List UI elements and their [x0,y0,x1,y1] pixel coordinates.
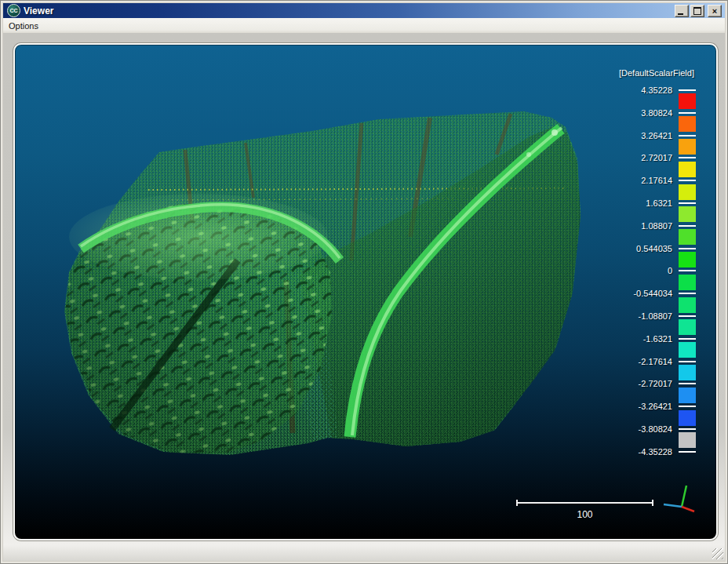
legend-tick [679,248,696,249]
legend-tick-label: -3.80824 [639,424,672,435]
legend-color-swatch [679,365,696,380]
axis-gizmo [652,476,707,519]
cloudcompare-logo-icon: CC [7,4,20,17]
legend-tick [679,112,696,114]
legend-color-swatch [679,319,696,335]
legend-tick-label: 4.35228 [641,85,672,96]
legend-color-swatch [679,229,696,245]
legend-color-swatch [679,410,696,426]
legend-tick [679,428,696,430]
legend-color-swatch [679,139,696,155]
legend-tick-label: 0.544035 [636,243,672,254]
scalar-field-legend: [DefaultScalarField] 4.352283.808243.264… [578,68,696,459]
legend-tick-label: -2.17614 [639,356,672,367]
legend-tick-label: -0.544034 [633,288,672,299]
legend-tick [679,225,696,227]
legend-tick [679,451,696,453]
legend-tick [679,361,696,362]
legend-tick [679,202,696,204]
3d-viewport[interactable]: [DefaultScalarField] 4.352283.808243.264… [13,43,718,540]
legend-tick-label: 2.17614 [641,175,672,186]
minimize-icon [678,13,683,15]
legend-tick [679,293,696,294]
legend-tick [679,180,696,181]
legend-tick-label: -3.26421 [639,401,672,412]
legend-tick-label: -2.72017 [639,378,672,389]
legend-rows: 4.352283.808243.264212.720172.176141.632… [578,84,696,459]
legend-tick [679,315,696,317]
legend-tick [679,89,696,91]
legend-tick-label: -4.35228 [639,446,672,457]
legend-color-swatch [679,297,696,313]
legend-tick [679,135,696,136]
legend-color-swatch [679,116,696,132]
scale-bar-label: 100 [516,509,653,520]
legend-tick-label: 2.72017 [641,152,672,163]
legend-tick [679,270,696,271]
menu-bar: Options [3,18,725,34]
legend-color-swatch [679,388,696,403]
y-axis-icon [682,486,686,507]
legend-tick-label: 0 [668,265,672,276]
legend-tick-label: 1.6321 [646,198,672,209]
legend-tick-label: 3.26421 [641,130,672,141]
window-title: Viewer [24,5,53,16]
legend-tick [679,157,696,158]
viewer-window: CC Viewer × Options [0,0,728,564]
legend-color-swatch [679,342,696,358]
close-button[interactable]: × [708,5,722,17]
legend-color-swatch [679,252,696,267]
close-icon: × [712,7,717,15]
legend-tick-label: -1.6321 [643,333,672,344]
menu-item-options[interactable]: Options [3,20,44,32]
scale-bar-line [516,502,653,504]
minimize-button[interactable] [675,5,689,17]
legend-color-swatch [679,275,696,290]
scalar-field-title: [DefaultScalarField] [578,68,696,78]
legend-color-swatch [679,162,696,177]
legend-tick [679,338,696,340]
title-bar[interactable]: CC Viewer × [3,3,725,18]
legend-tick-label: 3.80824 [641,107,672,118]
legend-color-swatch [679,432,696,448]
maximize-icon [693,7,701,15]
legend-tick-label: 1.08807 [641,220,672,231]
window-controls: × [675,5,723,17]
x-axis-icon [682,507,694,511]
maximize-button[interactable] [690,5,704,17]
legend-tick [679,383,696,384]
legend-tick-label: -1.08807 [639,311,672,322]
client-area: [DefaultScalarField] 4.352283.808243.264… [3,33,725,561]
resize-grip[interactable] [712,548,723,559]
legend-tick [679,406,696,407]
legend-color-swatch [679,93,696,109]
z-axis-icon [664,504,682,507]
scale-bar: 100 [516,502,653,520]
legend-color-swatch [679,206,696,222]
legend-color-swatch [679,184,696,200]
